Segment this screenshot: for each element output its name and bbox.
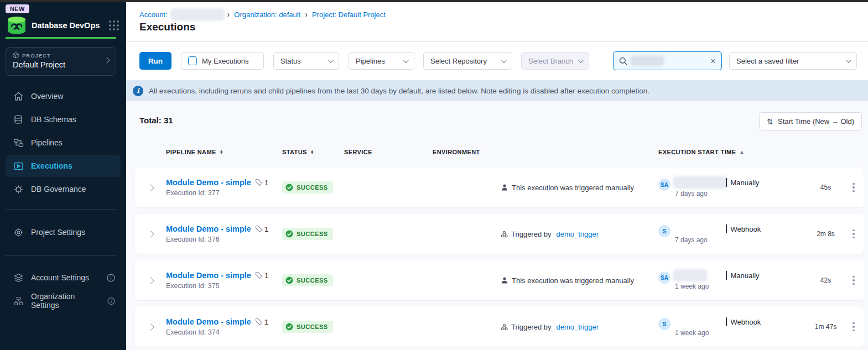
sidebar-item-label: Organization Settings [31, 292, 100, 310]
my-executions-checkbox[interactable] [188, 56, 197, 65]
sidebar-item-label: Pipelines [31, 138, 63, 147]
brand-underline [6, 37, 116, 39]
pipelines-dropdown[interactable]: Pipelines [349, 52, 414, 70]
check-circle-icon [285, 230, 293, 238]
new-badge: NEW [6, 4, 29, 13]
sidebar-item-db-schemas[interactable]: DB Schemas [6, 108, 121, 130]
sort-order-button[interactable]: ⇅ Start Time (New → Old) [759, 112, 862, 130]
avatar: SA [658, 271, 671, 284]
status-badge: SUCCESS [282, 181, 333, 194]
trigger-link[interactable]: demo_trigger [557, 323, 599, 331]
run-button[interactable]: Run [139, 52, 171, 70]
person-icon [501, 184, 508, 191]
execution-row[interactable]: Module Demo - simple 1 Execution Id: 376… [135, 214, 864, 254]
tag-count: 1 [255, 318, 269, 326]
column-environment: ENVIRONMENT [433, 149, 501, 155]
breadcrumb-project-link[interactable]: Project: Default Project [312, 11, 386, 19]
select-branch-label: Select Branch [528, 57, 573, 65]
pipeline-name-link[interactable]: Module Demo - simple [166, 317, 251, 326]
trigger-info: This execution was triggered manually [501, 184, 658, 192]
cube-icon [13, 52, 19, 59]
column-status[interactable]: STATUS ▲▼ [282, 149, 344, 155]
project-selector[interactable]: PROJECT Default Project [6, 47, 116, 76]
my-executions-filter[interactable]: My Executions [181, 52, 264, 70]
row-menu-icon[interactable] [844, 229, 864, 239]
sort-icon: ▲▼ [220, 150, 224, 155]
info-banner-text: All executions, including reruns and chi… [149, 87, 649, 95]
tag-count: 1 [255, 271, 269, 280]
sidebar-item-label: Overview [31, 92, 63, 101]
sidebar-item-db-governance[interactable]: DB Governance [6, 178, 121, 200]
app-title: Database DevOps [32, 21, 108, 30]
redacted-search-query [632, 57, 663, 65]
webhook-icon [501, 231, 508, 238]
expand-row-icon[interactable] [135, 325, 166, 330]
trigger-link[interactable]: demo_trigger [557, 230, 599, 238]
clear-search-icon[interactable]: × [710, 56, 716, 66]
duration: 1m 47s [808, 323, 844, 331]
pipeline-name-link[interactable]: Module Demo - simple [166, 178, 251, 187]
avatar: SA [658, 179, 671, 191]
row-menu-icon[interactable] [844, 276, 864, 285]
column-execution-start-time[interactable]: EXECUTION START TIME ▲ [658, 149, 808, 155]
info-icon: i [133, 86, 143, 96]
time-ago: 7 days ago [675, 236, 761, 244]
status-dropdown-label: Status [280, 57, 301, 65]
sort-order-label: Start Time (New → Old) [778, 117, 854, 126]
pipeline-name-link[interactable]: Module Demo - simple [166, 224, 251, 233]
sidebar-item-organization-settings[interactable]: Organization Settings [6, 290, 121, 312]
tag-count: 1 [255, 179, 269, 187]
sidebar-item-account-settings[interactable]: Account Settings [6, 267, 121, 289]
sidebar-item-project-settings[interactable]: Project Settings [6, 221, 121, 243]
saved-filter-dropdown[interactable]: Select a saved filter [729, 52, 857, 70]
trigger-info: This execution was triggered manually [501, 276, 658, 285]
person-icon [501, 276, 508, 284]
redacted-account-name [172, 11, 223, 19]
app-grid-icon[interactable] [108, 20, 119, 31]
expand-row-icon[interactable] [135, 232, 166, 237]
execution-id: Execution Id: 375 [166, 282, 282, 290]
execution-id: Execution Id: 377 [166, 189, 282, 197]
home-icon [13, 91, 24, 102]
column-pipeline-name[interactable]: PIPELINE NAME ▲▼ [166, 149, 282, 155]
project-name: Default Project [13, 60, 109, 69]
breadcrumb-account-link[interactable]: Account: [139, 11, 168, 19]
expand-row-icon[interactable] [135, 278, 166, 283]
window-top-strip [0, 0, 868, 2]
breadcrumb-org-link[interactable]: Organization: default [234, 11, 300, 19]
trigger-info: Triggered by demo_trigger [501, 230, 658, 238]
trigger-method: Manually [726, 271, 760, 280]
sidebar-item-label: Project Settings [31, 228, 85, 237]
trigger-info: Triggered by demo_trigger [501, 323, 658, 331]
execution-row[interactable]: Module Demo - simple 1 Execution Id: 375… [135, 260, 864, 300]
info-icon [107, 274, 115, 282]
select-branch-dropdown-disabled: Select Branch [521, 52, 589, 70]
duration: 45s [808, 184, 844, 191]
sidebar-item-executions[interactable]: Executions [6, 155, 121, 177]
sidebar-item-label: DB Schemas [31, 115, 76, 124]
row-menu-icon[interactable] [844, 183, 864, 192]
search-input[interactable]: × [613, 51, 722, 70]
select-repository-label: Select Repository [430, 57, 487, 65]
sidebar-item-pipelines[interactable]: Pipelines [6, 132, 121, 154]
sidebar-item-overview[interactable]: Overview [6, 85, 121, 107]
expand-row-icon[interactable] [135, 185, 166, 190]
pipeline-name-link[interactable]: Module Demo - simple [166, 271, 251, 280]
page-header: Account: › Organization: default › Proje… [126, 2, 868, 42]
avatar: S [658, 318, 671, 330]
time-ago: 1 week ago [675, 283, 760, 290]
trigger-method: Webhook [726, 224, 761, 233]
execution-row[interactable]: Module Demo - simple 1 Execution Id: 374… [135, 307, 864, 347]
database-devops-logo-icon [7, 16, 27, 35]
column-service: SERVICE [344, 149, 433, 155]
execution-row[interactable]: Module Demo - simple 1 Execution Id: 377… [135, 168, 864, 207]
status-dropdown[interactable]: Status [273, 52, 339, 70]
tag-count: 1 [255, 225, 269, 233]
executions-list-section: Total: 31 ⇅ Start Time (New → Old) PIPEL… [126, 101, 868, 350]
select-repository-dropdown[interactable]: Select Repository [423, 52, 512, 70]
row-menu-icon[interactable] [844, 322, 864, 332]
tag-icon [255, 271, 263, 279]
start-time-cell: SA Manually 7 days ago [658, 177, 808, 197]
pipelines-icon [13, 138, 24, 148]
info-icon [107, 297, 115, 305]
